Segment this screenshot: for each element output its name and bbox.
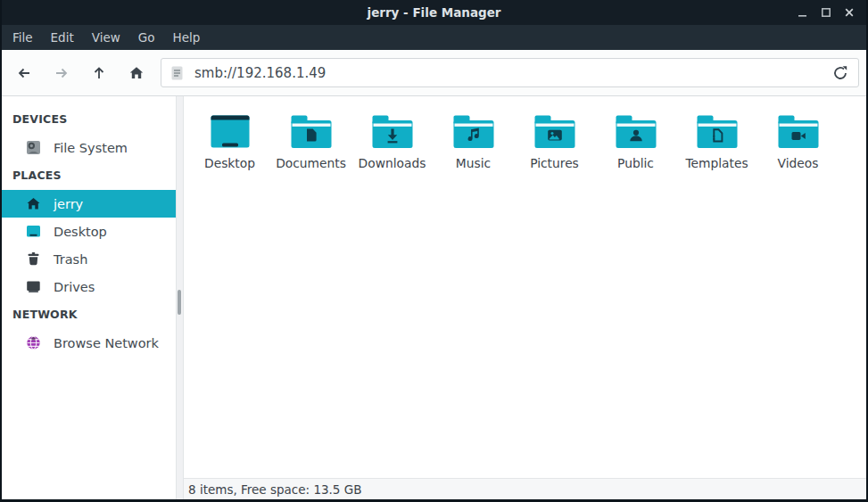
forward-button[interactable] xyxy=(43,55,80,91)
file-label: Downloads xyxy=(359,156,426,170)
file-item-pictures[interactable]: Pictures xyxy=(514,105,595,170)
folder-music-icon xyxy=(452,107,495,150)
desktop-display-icon xyxy=(209,107,252,150)
minimize-icon xyxy=(796,5,810,20)
sidebar-item-trash[interactable]: Trash xyxy=(2,245,176,273)
close-button[interactable] xyxy=(838,2,861,23)
maximize-icon xyxy=(819,5,833,20)
folder-pictures-icon xyxy=(533,107,576,150)
statusbar: 8 items, Free space: 13.5 GB xyxy=(184,479,866,499)
window-body: DEVICES File System PLACES xyxy=(2,96,866,499)
minimize-button[interactable] xyxy=(791,2,814,23)
folder-documents-icon xyxy=(290,107,333,150)
maximize-button[interactable] xyxy=(814,2,838,23)
file-item-music[interactable]: Music xyxy=(433,105,514,170)
sidebar: DEVICES File System PLACES xyxy=(2,96,177,499)
close-icon xyxy=(842,5,856,20)
home-icon xyxy=(26,196,41,211)
file-label: Pictures xyxy=(530,156,579,170)
menu-view[interactable]: View xyxy=(83,26,129,49)
home-icon xyxy=(128,65,145,81)
up-icon xyxy=(91,65,107,81)
sidebar-item-label: Trash xyxy=(54,252,87,267)
file-label: Public xyxy=(617,156,654,170)
menu-help[interactable]: Help xyxy=(164,26,210,49)
file-item-downloads[interactable]: Downloads xyxy=(351,105,433,170)
sidebar-item-label: File System xyxy=(54,141,128,155)
file-manager-window: jerry - File Manager File Edit View Go H… xyxy=(0,0,868,502)
menu-go[interactable]: Go xyxy=(129,26,164,49)
sidebar-item-drives[interactable]: Drives xyxy=(2,273,176,300)
back-button[interactable] xyxy=(5,55,43,91)
sidebar-item-browse-network[interactable]: Browse Network xyxy=(2,329,176,357)
sidebar-item-label: Desktop xyxy=(54,225,107,239)
folder-templates-icon xyxy=(696,107,739,150)
sidebar-item-label: Drives xyxy=(54,280,95,294)
toolbar: smb://192.168.1.49 xyxy=(2,50,866,96)
sidebar-item-jerry[interactable]: jerry xyxy=(2,190,176,218)
trash-icon xyxy=(26,251,41,267)
file-item-templates[interactable]: Templates xyxy=(676,105,757,170)
address-bar[interactable]: smb://192.168.1.49 xyxy=(161,58,859,87)
folder-downloads-icon xyxy=(371,107,414,150)
file-item-desktop[interactable]: Desktop xyxy=(189,105,270,170)
sidebar-item-desktop[interactable]: Desktop xyxy=(2,218,176,245)
menu-file[interactable]: File xyxy=(4,26,42,49)
file-grid: Desktop Documents xyxy=(189,105,866,170)
refresh-icon[interactable] xyxy=(831,64,849,82)
sidebar-divider xyxy=(177,96,183,499)
sidebar-item-label: Browse Network xyxy=(54,336,159,350)
sidebar-item-file-system[interactable]: File System xyxy=(2,134,176,161)
file-view[interactable]: Desktop Documents xyxy=(184,96,866,479)
file-label: Documents xyxy=(276,156,346,170)
menubar: File Edit View Go Help xyxy=(2,25,866,50)
file-label: Music xyxy=(456,156,491,170)
folder-public-icon xyxy=(615,107,657,150)
forward-icon xyxy=(54,65,70,81)
filesystem-icon xyxy=(26,140,41,155)
drives-icon xyxy=(26,279,41,294)
network-globe-icon xyxy=(26,335,41,350)
menu-edit[interactable]: Edit xyxy=(42,26,83,49)
main-panel: Desktop Documents xyxy=(183,96,866,499)
sidebar-scrollbar[interactable] xyxy=(178,290,181,315)
desktop-icon xyxy=(26,224,41,239)
file-item-videos[interactable]: Videos xyxy=(757,105,839,170)
window-controls xyxy=(791,0,861,25)
address-input[interactable]: smb://192.168.1.49 xyxy=(194,65,831,81)
window-title: jerry - File Manager xyxy=(2,5,866,20)
file-label: Templates xyxy=(685,156,748,170)
file-item-documents[interactable]: Documents xyxy=(270,105,351,170)
titlebar[interactable]: jerry - File Manager xyxy=(2,0,866,25)
file-item-public[interactable]: Public xyxy=(595,105,676,170)
up-button[interactable] xyxy=(80,55,118,91)
folder-videos-icon xyxy=(777,107,820,150)
sidebar-header-network: NETWORK xyxy=(2,300,176,329)
sidebar-header-places: PLACES xyxy=(2,161,176,190)
document-icon xyxy=(170,65,184,81)
file-label: Videos xyxy=(778,156,819,170)
back-icon xyxy=(16,65,32,81)
sidebar-item-label: jerry xyxy=(54,197,83,211)
sidebar-header-devices: DEVICES xyxy=(2,105,176,134)
file-label: Desktop xyxy=(204,156,255,170)
home-button[interactable] xyxy=(118,55,155,91)
status-text: 8 items, Free space: 13.5 GB xyxy=(188,482,361,497)
